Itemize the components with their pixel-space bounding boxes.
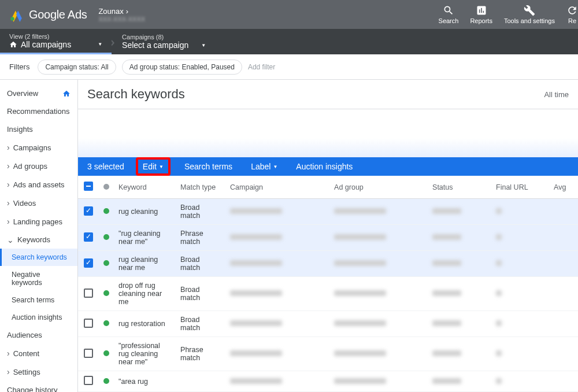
reports-button[interactable]: Reports: [470, 5, 492, 24]
col-match-type[interactable]: Match type: [176, 176, 225, 199]
sidebar-item-change-history[interactable]: Change history: [0, 381, 77, 392]
selection-toolbar: 3 selected Edit ▼ Search terms Label ▼ A…: [78, 157, 578, 176]
cell-adgroup: [329, 251, 428, 277]
table-row[interactable]: "area rug: [78, 371, 578, 392]
cell-adgroup: [329, 311, 428, 337]
time-range-selector[interactable]: All time: [544, 90, 569, 99]
cell-final-url: [491, 371, 549, 392]
sidebar: Overview Recommendations Insights Campai…: [0, 80, 78, 392]
cell-campaign: [225, 311, 329, 337]
tools-settings-button[interactable]: Tools and settings: [504, 5, 555, 24]
sidebar-sub-auction-insights[interactable]: Auction insights: [0, 309, 77, 326]
sidebar-item-content[interactable]: Content: [0, 344, 77, 363]
sidebar-item-recommendations[interactable]: Recommendations: [0, 102, 77, 120]
col-campaign[interactable]: Campaign: [225, 176, 329, 199]
reports-icon: [476, 5, 487, 16]
google-ads-logo-icon: [9, 7, 24, 22]
keywords-table: Keyword Match type Campaign Ad group Sta…: [78, 176, 578, 392]
cell-status: [428, 251, 491, 277]
table-row[interactable]: rug cleaning near meBroad match: [78, 251, 578, 277]
cell-final-url: [491, 199, 549, 225]
home-icon: [9, 40, 17, 49]
sidebar-item-ads-assets[interactable]: Ads and assets: [0, 175, 77, 194]
view-selector[interactable]: View (2 filters) All campaigns ▼: [0, 29, 112, 54]
sidebar-item-videos[interactable]: Videos: [0, 194, 77, 212]
sidebar-item-settings[interactable]: Settings: [0, 363, 77, 381]
col-status[interactable]: Status: [428, 176, 491, 199]
home-icon: [62, 90, 71, 98]
cell-final-url: [491, 277, 549, 311]
breadcrumb-bar: View (2 filters) All campaigns ▼ › Campa…: [0, 29, 578, 54]
table-row[interactable]: rug cleaningBroad match: [78, 199, 578, 225]
cell-adgroup: [329, 337, 428, 371]
col-final-url[interactable]: Final URL: [491, 176, 549, 199]
cell-status: [428, 337, 491, 371]
campaign-selector[interactable]: Campaigns (8) Select a campaign▼: [113, 29, 215, 54]
status-dot: [103, 208, 109, 214]
sidebar-item-keywords[interactable]: Keywords: [0, 231, 77, 249]
account-selector[interactable]: Zounax› XXX-XXX-XXXX: [98, 7, 145, 23]
edit-button[interactable]: Edit ▼: [136, 157, 171, 176]
sidebar-item-audiences[interactable]: Audiences: [0, 326, 77, 344]
cell-campaign: [225, 371, 329, 392]
cell-adgroup: [329, 371, 428, 392]
app-header: Google Ads Zounax› XXX-XXX-XXXX Search R…: [0, 0, 578, 29]
row-checkbox[interactable]: [84, 258, 93, 268]
sidebar-item-adgroups[interactable]: Ad groups: [0, 157, 77, 175]
row-checkbox[interactable]: [84, 349, 93, 358]
label-button[interactable]: Label ▼: [246, 158, 282, 175]
sidebar-sub-search-terms[interactable]: Search terms: [0, 291, 77, 309]
cell-match-type: [176, 371, 225, 392]
cell-keyword: "rug cleaning near me": [114, 225, 176, 251]
refresh-icon: [566, 5, 578, 16]
sidebar-item-insights[interactable]: Insights: [0, 120, 77, 138]
cell-status: [428, 371, 491, 392]
sidebar-item-landing-pages[interactable]: Landing pages: [0, 212, 77, 231]
cell-adgroup: [329, 277, 428, 311]
main-content: Search keywords All time 3 selected Edit…: [78, 80, 578, 392]
filter-chip-adgroup-status[interactable]: Ad group status: Enabled, Paused: [122, 60, 242, 75]
col-adgroup[interactable]: Ad group: [329, 176, 428, 199]
page-title: Search keywords: [87, 87, 185, 102]
sidebar-sub-search-keywords[interactable]: Search keywords: [0, 249, 77, 266]
cell-keyword: rug cleaning near me: [114, 251, 176, 277]
row-checkbox[interactable]: [84, 232, 93, 242]
filters-label: Filters: [9, 62, 29, 71]
table-row[interactable]: "professional rug cleaning near me"Phras…: [78, 337, 578, 371]
row-checkbox[interactable]: [84, 289, 93, 298]
table-row[interactable]: "rug cleaning near me"Phrase match: [78, 225, 578, 251]
cell-adgroup: [329, 199, 428, 225]
cell-keyword: "professional rug cleaning near me": [114, 337, 176, 371]
row-checkbox[interactable]: [84, 206, 93, 216]
sidebar-item-overview[interactable]: Overview: [0, 84, 77, 102]
row-checkbox[interactable]: [84, 319, 93, 328]
status-dot: [103, 290, 109, 296]
refresh-button[interactable]: Re: [566, 5, 578, 24]
row-checkbox[interactable]: [84, 376, 93, 385]
cell-campaign: [225, 225, 329, 251]
cell-final-url: [491, 251, 549, 277]
cell-match-type: Broad match: [176, 251, 225, 277]
status-dot: [103, 378, 109, 384]
svg-point-0: [10, 17, 14, 21]
add-filter-button[interactable]: Add filter: [248, 63, 275, 71]
filter-chip-campaign-status[interactable]: Campaign status: All: [38, 60, 116, 75]
auction-insights-button[interactable]: Auction insights: [291, 158, 357, 175]
col-keyword[interactable]: Keyword: [114, 176, 176, 199]
search-button[interactable]: Search: [439, 5, 459, 24]
sidebar-sub-negative-keywords[interactable]: Negative keywords: [0, 266, 77, 291]
sidebar-item-campaigns[interactable]: Campaigns: [0, 138, 77, 157]
filters-bar: Filters Campaign status: All Ad group st…: [0, 54, 578, 80]
cell-match-type: Phrase match: [176, 225, 225, 251]
select-all-checkbox[interactable]: [84, 182, 93, 191]
table-row[interactable]: rug restorationBroad match: [78, 311, 578, 337]
search-terms-button[interactable]: Search terms: [180, 158, 237, 175]
chevron-down-icon: ▼: [273, 164, 277, 169]
wrench-icon: [524, 5, 535, 16]
cell-campaign: [225, 251, 329, 277]
cell-status: [428, 225, 491, 251]
app-logo-text: Google Ads: [29, 8, 87, 21]
table-row[interactable]: drop off rug cleaning near meBroad match: [78, 277, 578, 311]
cell-campaign: [225, 199, 329, 225]
col-avg[interactable]: Avg: [549, 176, 578, 199]
